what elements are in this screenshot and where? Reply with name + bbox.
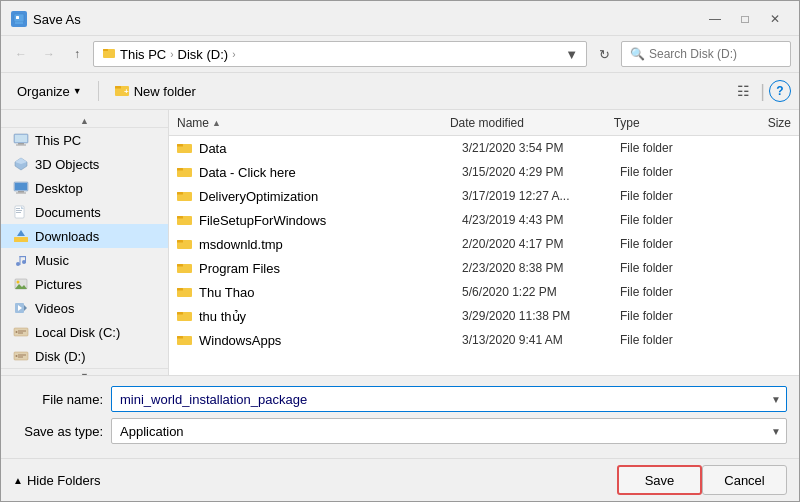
up-button[interactable]: ↑ [65, 42, 89, 66]
sidebar-item-documents[interactable]: Documents [1, 200, 168, 224]
folder-icon [177, 164, 193, 180]
view-button[interactable]: ☷ [730, 78, 756, 104]
file-name-row: File name: ▼ [13, 386, 787, 412]
downloads-icon [13, 228, 29, 244]
table-row[interactable]: Thu Thao 5/6/2020 1:22 PM File folder [169, 280, 799, 304]
organize-button[interactable]: Organize ▼ [9, 77, 90, 105]
table-row[interactable]: Data - Click here 3/15/2020 4:29 PM File… [169, 160, 799, 184]
svg-text:+: + [124, 87, 129, 96]
file-date: 2/20/2020 4:17 PM [462, 237, 620, 251]
pictures-icon [13, 276, 29, 292]
sidebar-label-pictures: Pictures [35, 277, 82, 292]
sidebar-item-music[interactable]: Music [1, 248, 168, 272]
save-button[interactable]: Save [617, 465, 702, 495]
cancel-button[interactable]: Cancel [702, 465, 787, 495]
save-as-type-select[interactable]: Application [111, 418, 787, 444]
file-type: File folder [620, 237, 725, 251]
file-name: Thu Thao [199, 285, 462, 300]
forward-button[interactable]: → [37, 42, 61, 66]
col-header-date[interactable]: Date modified [450, 116, 614, 130]
svg-point-31 [17, 281, 20, 284]
svg-rect-47 [177, 168, 183, 171]
sidebar-scroll-down[interactable]: ▼ [1, 368, 168, 375]
new-folder-label: New folder [134, 84, 196, 99]
svg-marker-34 [24, 305, 27, 311]
svg-marker-24 [17, 230, 25, 236]
svg-rect-23 [14, 237, 28, 242]
address-path[interactable]: This PC › Disk (D:) › ▼ [93, 41, 587, 67]
folder-icon [177, 140, 193, 156]
svg-point-37 [16, 331, 18, 333]
table-row[interactable]: WindowsApps 3/13/2020 9:41 AM File folde… [169, 328, 799, 352]
maximize-button[interactable]: □ [731, 9, 759, 29]
toolbar-right: ☷ | ? [730, 78, 791, 104]
sidebar-item-3d-objects[interactable]: 3D Objects [1, 152, 168, 176]
table-row[interactable]: Data 3/21/2020 3:54 PM File folder [169, 136, 799, 160]
file-name: thu thủy [199, 309, 462, 324]
new-folder-icon: + [115, 83, 131, 100]
sidebar-label-downloads: Downloads [35, 229, 99, 244]
svg-rect-55 [177, 264, 183, 267]
disk-c-icon [13, 324, 29, 340]
file-date: 3/15/2020 4:29 PM [462, 165, 620, 179]
file-date: 3/29/2020 11:38 PM [462, 309, 620, 323]
svg-rect-42 [18, 355, 26, 356]
path-segment-disk-d[interactable]: Disk (D:) [178, 47, 229, 62]
file-name: Data [199, 141, 462, 156]
path-segment-this-pc[interactable]: This PC [120, 47, 166, 62]
table-row[interactable]: FileSetupForWindows 4/23/2019 4:43 PM Fi… [169, 208, 799, 232]
sidebar-item-disk-d[interactable]: Disk (D:) [1, 344, 168, 368]
file-name-label: File name: [13, 392, 103, 407]
svg-rect-45 [177, 144, 183, 147]
file-type: File folder [620, 141, 725, 155]
table-row[interactable]: thu thủy 3/29/2020 11:38 PM File folder [169, 304, 799, 328]
path-dropdown-arrow[interactable]: ▼ [565, 47, 578, 62]
hide-folders-chevron: ▲ [13, 475, 23, 486]
save-as-type-label: Save as type: [13, 424, 103, 439]
refresh-button[interactable]: ↻ [591, 41, 617, 67]
path-chevron-2: › [232, 49, 235, 60]
file-list-body[interactable]: Data 3/21/2020 3:54 PM File folder Data … [169, 136, 799, 375]
file-name-input[interactable] [111, 386, 787, 412]
col-header-size[interactable]: Size [723, 116, 791, 130]
toolbar-separator [98, 81, 99, 101]
col-type-label: Type [614, 116, 640, 130]
close-button[interactable]: ✕ [761, 9, 789, 29]
table-row[interactable]: Program Files 2/23/2020 8:38 PM File fol… [169, 256, 799, 280]
sidebar-label-this-pc: This PC [35, 133, 81, 148]
table-row[interactable]: msdownld.tmp 2/20/2020 4:17 PM File fold… [169, 232, 799, 256]
sidebar-item-videos[interactable]: Videos [1, 296, 168, 320]
sidebar-item-local-disk-c[interactable]: Local Disk (C:) [1, 320, 168, 344]
col-header-name[interactable]: Name ▲ [177, 116, 450, 130]
sidebar-scroll-up[interactable]: ▲ [1, 114, 168, 128]
sidebar-item-pictures[interactable]: Pictures [1, 272, 168, 296]
col-header-type[interactable]: Type [614, 116, 723, 130]
sidebar-item-this-pc[interactable]: This PC [1, 128, 168, 152]
svg-rect-6 [115, 86, 121, 89]
folder-icon [177, 284, 193, 300]
svg-rect-53 [177, 240, 183, 243]
path-chevron-1: › [170, 49, 173, 60]
hide-folders-toggle[interactable]: ▲ Hide Folders [13, 473, 101, 488]
help-button[interactable]: ? [769, 80, 791, 102]
minimize-button[interactable]: — [701, 9, 729, 29]
window-title: Save As [33, 12, 701, 27]
svg-rect-21 [16, 210, 22, 211]
back-button[interactable]: ← [9, 42, 33, 66]
svg-rect-49 [177, 192, 183, 195]
3d-icon [13, 156, 29, 172]
folder-icon [177, 260, 193, 276]
table-row[interactable]: DeliveryOptimization 3/17/2019 12:27 A..… [169, 184, 799, 208]
file-type: File folder [620, 165, 725, 179]
search-box[interactable]: 🔍 [621, 41, 791, 67]
svg-rect-61 [177, 336, 183, 339]
col-name-label: Name [177, 116, 209, 130]
folder-icon [177, 236, 193, 252]
new-folder-button[interactable]: + New folder [107, 77, 204, 105]
file-area: Name ▲ Date modified Type Size Data [169, 110, 799, 375]
sidebar-item-downloads[interactable]: Downloads [1, 224, 168, 248]
file-name: FileSetupForWindows [199, 213, 462, 228]
search-input[interactable] [649, 47, 799, 61]
sidebar-item-desktop[interactable]: Desktop [1, 176, 168, 200]
videos-icon [13, 300, 29, 316]
